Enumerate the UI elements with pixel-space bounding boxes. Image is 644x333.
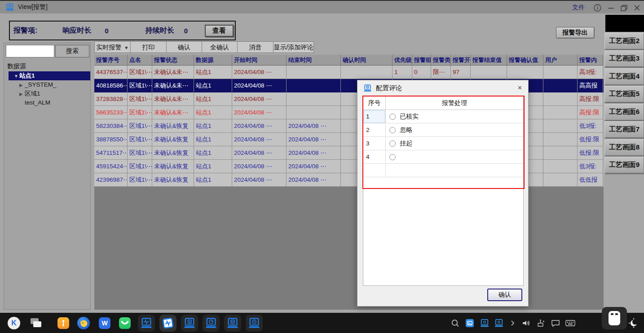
start-menu-icon[interactable]: K	[8, 317, 20, 329]
tree-expander-icon[interactable]: ▶	[19, 81, 25, 90]
column-header-4[interactable]: 数据源	[194, 55, 232, 66]
monitor-wave-icon[interactable]	[138, 315, 155, 332]
comment-row-2[interactable]: 2忽略	[363, 123, 523, 137]
tree-expander-icon[interactable]: ▶	[19, 90, 25, 99]
process-screen-button-8[interactable]: 工艺画面8	[604, 139, 644, 156]
process-screen-button-9[interactable]: 工艺画面9	[604, 157, 644, 173]
task-view-icon[interactable]	[30, 317, 42, 329]
search-button[interactable]: 搜索	[55, 45, 89, 57]
comment-option-cell[interactable]: 挂起	[386, 137, 523, 150]
search-input[interactable]	[6, 45, 54, 57]
column-header-14[interactable]: 用户	[543, 55, 578, 66]
toolbar-button-2[interactable]: 确认	[166, 41, 202, 53]
alarm-mode-dropdown[interactable]: 实时报警▼	[94, 41, 131, 53]
keyboard-icon[interactable]	[565, 320, 575, 327]
restore-icon[interactable]	[621, 4, 627, 11]
comment-row-empty	[363, 164, 523, 177]
alarm-export-button[interactable]: 报警导出	[556, 27, 594, 38]
cell	[287, 106, 341, 119]
volume-icon[interactable]	[521, 319, 531, 327]
radio-button[interactable]	[389, 140, 396, 147]
comment-table: 序号 报警处理 1已核实2忽略3挂起4	[363, 96, 524, 286]
night-mode-icon[interactable]	[628, 317, 640, 329]
cell: 37283828⋯	[94, 92, 128, 106]
comment-option-cell[interactable]: 忽略	[386, 123, 523, 137]
comment-option-cell[interactable]	[386, 150, 523, 164]
software-store-icon[interactable]	[57, 317, 69, 329]
column-header-3[interactable]: 报警状态	[152, 55, 194, 66]
report-doc-icon[interactable]	[181, 315, 198, 332]
tree-item-_SYSTEM_[interactable]: ▶_SYSTEM_	[4, 80, 90, 89]
close-icon[interactable]	[634, 4, 640, 11]
column-header-10[interactable]: 报警类	[431, 55, 451, 66]
comment-row-1[interactable]: 1已核实	[363, 110, 523, 123]
search-icon[interactable]	[451, 319, 459, 327]
process-screen-button-2[interactable]: 工艺画面2	[604, 33, 644, 49]
cell: 45915424⋯	[94, 160, 128, 173]
network-icon[interactable]	[537, 319, 546, 328]
gauge-monitor-icon[interactable]	[203, 315, 220, 332]
dialog-title-bar: 配置评论 ×	[357, 80, 528, 96]
player-monitor-icon[interactable]	[246, 315, 263, 332]
comment-row-number: 2	[363, 123, 386, 137]
view-button[interactable]: 查看	[205, 25, 234, 37]
column-header-12[interactable]: 报警结束值	[471, 55, 507, 66]
view-app-icon[interactable]	[480, 319, 490, 327]
toolbar-button-4[interactable]: 消音	[237, 41, 273, 53]
tree-expander-icon[interactable]: ▼	[14, 72, 19, 81]
column-header-5[interactable]: 开始时间	[232, 55, 287, 66]
dialog-title: 配置评论	[376, 84, 402, 92]
column-header-1[interactable]: 报警序号	[94, 55, 128, 66]
browser-icon[interactable]	[77, 317, 90, 329]
process-screen-button-7[interactable]: 工艺画面7	[604, 121, 644, 138]
radio-button[interactable]	[389, 127, 396, 133]
usb-device-icon[interactable]	[602, 307, 627, 329]
comment-option-cell[interactable]: 已核实	[386, 110, 523, 123]
minimize-icon[interactable]	[608, 4, 614, 11]
column-header-8[interactable]: 优先级	[393, 55, 412, 66]
toolbar-button-1[interactable]: 打印	[130, 41, 167, 53]
view-app-icon[interactable]	[494, 319, 504, 327]
preview-box	[605, 15, 644, 32]
alarm-row-1[interactable]: 44376537⋯区域1\⋯未确认&未⋯站点12024/04/08 ⋯10限⋯9…	[94, 66, 604, 79]
toolbar-button-3[interactable]: 全确认	[202, 41, 238, 53]
dialog-close-icon[interactable]: ×	[518, 84, 522, 92]
menu-file[interactable]: 文件	[572, 4, 585, 12]
chevron-right-icon[interactable]	[509, 320, 516, 326]
column-header-11[interactable]: 报警开	[451, 55, 471, 66]
tree-item-test_ALM[interactable]: test_ALM	[4, 98, 90, 107]
tree-item-区域1[interactable]: ▶区域1	[4, 89, 90, 98]
column-header-6[interactable]: 结束时间	[287, 55, 341, 66]
confirm-button[interactable]: 确认	[487, 289, 522, 301]
database-monitor-icon[interactable]	[224, 315, 241, 332]
tree-item-label: 区域1	[25, 90, 40, 97]
column-header-9[interactable]: 报警组	[412, 55, 431, 66]
column-header-15[interactable]: 报警内	[578, 55, 603, 66]
comment-row-4[interactable]: 4	[363, 150, 523, 164]
tree-item-站点1[interactable]: ▼站点1	[9, 71, 90, 80]
view-active-icon[interactable]	[159, 315, 176, 332]
process-screen-button-3[interactable]: 工艺画面3	[604, 50, 644, 67]
wps-office-icon[interactable]: W	[99, 317, 110, 329]
chat-icon[interactable]	[551, 319, 560, 327]
process-screen-button-4[interactable]: 工艺画面4	[604, 68, 644, 85]
column-seq: 序号	[363, 96, 386, 110]
column-header-13[interactable]: 报警确认值	[507, 55, 543, 66]
column-header-2[interactable]: 点名	[128, 55, 152, 66]
column-header-7[interactable]: 确认时间	[341, 55, 393, 66]
cell	[341, 66, 393, 79]
radio-button[interactable]	[389, 114, 396, 120]
screenshot-tile-icon[interactable]	[465, 319, 474, 328]
process-screen-button-5[interactable]: 工艺画面5	[604, 86, 644, 102]
info-icon[interactable]	[594, 4, 601, 12]
cell: 区域1\⋯	[128, 92, 152, 106]
toolbar-button-5[interactable]: 显示/添加评论	[273, 41, 314, 53]
cell	[287, 79, 341, 92]
cell: 未确认&恢复	[152, 173, 194, 187]
messenger-icon[interactable]	[119, 317, 131, 329]
process-screen-button-6[interactable]: 工艺画面6	[604, 104, 644, 120]
cell	[543, 173, 578, 187]
cell: 低报:限	[578, 146, 603, 160]
radio-button[interactable]	[389, 154, 396, 160]
comment-row-3[interactable]: 3挂起	[363, 137, 523, 150]
